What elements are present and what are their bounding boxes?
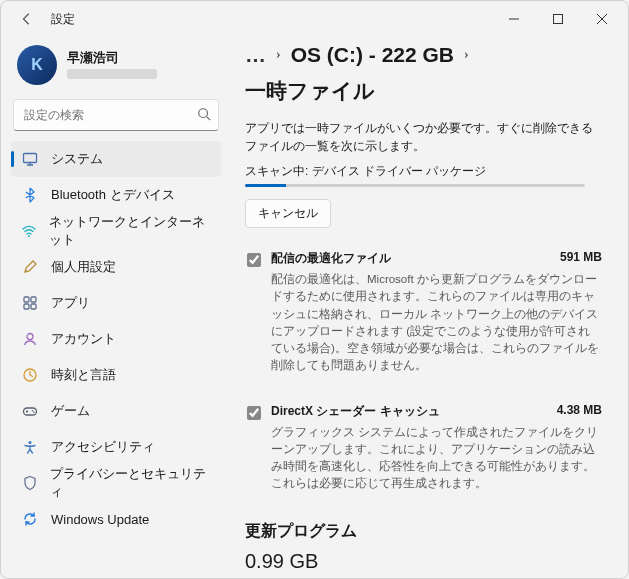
apps-icon (21, 294, 39, 312)
svg-rect-4 (24, 297, 29, 302)
svg-rect-0 (554, 15, 563, 24)
breadcrumb-more[interactable]: … (245, 43, 266, 67)
nav-label: Bluetooth とデバイス (51, 186, 175, 204)
close-button[interactable] (580, 3, 624, 35)
nav-item-privacy[interactable]: プライバシーとセキュリティ (11, 465, 221, 501)
nav-label: 個人用設定 (51, 258, 116, 276)
user-name: 早瀬浩司 (67, 51, 157, 67)
minimize-button[interactable] (492, 3, 536, 35)
bluetooth-icon (21, 186, 39, 204)
temp-file-item: DirectX シェーダー キャッシュ4.38 MBグラフィックス システムによ… (245, 397, 604, 499)
file-detail: グラフィックス システムによって作成されたファイルをクリーンアップします。これに… (271, 424, 602, 493)
back-button[interactable] (17, 9, 37, 29)
user-sub-redacted (67, 69, 157, 79)
scan-progress (245, 184, 585, 187)
sidebar: K 早瀬浩司 システムBluetooth とデバイスネットワークとインターネット… (1, 37, 231, 578)
nav-item-account[interactable]: アカウント (11, 321, 221, 357)
nav-item-apps[interactable]: アプリ (11, 285, 221, 321)
svg-rect-2 (24, 154, 37, 163)
nav-label: アクセシビリティ (51, 438, 155, 456)
accessibility-icon (21, 438, 39, 456)
nav-item-network[interactable]: ネットワークとインターネット (11, 213, 221, 249)
svg-point-1 (199, 109, 208, 118)
file-checkbox[interactable] (247, 253, 261, 267)
nav-label: 時刻と言語 (51, 366, 116, 384)
nav-item-update[interactable]: Windows Update (11, 501, 221, 537)
breadcrumb: … › OS (C:) - 222 GB › 一時ファイル (245, 43, 604, 105)
file-size: 591 MB (560, 250, 602, 267)
scan-status-label: スキャン中: デバイス ドライバー パッケージ (245, 163, 604, 180)
nav-list: システムBluetooth とデバイスネットワークとインターネット個人用設定アプ… (11, 141, 221, 537)
nav-item-time[interactable]: 時刻と言語 (11, 357, 221, 393)
nav-label: Windows Update (51, 512, 149, 527)
svg-point-3 (28, 235, 30, 237)
svg-rect-6 (24, 304, 29, 309)
updates-heading: 更新プログラム (245, 521, 604, 542)
nav-item-system[interactable]: システム (11, 141, 221, 177)
nav-label: アカウント (51, 330, 116, 348)
network-icon (21, 222, 37, 240)
svg-rect-10 (24, 408, 37, 415)
user-block[interactable]: K 早瀬浩司 (17, 45, 215, 85)
personalize-icon (21, 258, 39, 276)
svg-point-12 (33, 412, 35, 414)
page-description: アプリでは一時ファイルがいくつか必要です。すぐに削除できるファイルの一覧を次に示… (245, 119, 604, 155)
game-icon (21, 402, 39, 420)
chevron-right-icon: › (276, 47, 281, 63)
svg-point-8 (27, 334, 33, 340)
privacy-icon (21, 474, 38, 492)
svg-point-13 (28, 441, 31, 444)
system-icon (21, 150, 39, 168)
update-icon (21, 510, 39, 528)
chevron-right-icon: › (464, 47, 469, 63)
main-panel: … › OS (C:) - 222 GB › 一時ファイル アプリでは一時ファイ… (231, 37, 628, 578)
breadcrumb-current: 一時ファイル (245, 77, 375, 105)
nav-item-game[interactable]: ゲーム (11, 393, 221, 429)
cancel-button[interactable]: キャンセル (245, 199, 331, 228)
file-detail: 配信の最適化は、Microsoft から更新プログラムをダウンロードするために使… (271, 271, 602, 375)
updates-size: 0.99 GB (245, 550, 604, 573)
temp-file-item: 配信の最適化ファイル591 MB配信の最適化は、Microsoft から更新プロ… (245, 244, 604, 381)
titlebar: 設定 (1, 1, 628, 37)
window-title: 設定 (51, 11, 75, 28)
file-size: 4.38 MB (557, 403, 602, 420)
nav-label: アプリ (51, 294, 90, 312)
file-title: DirectX シェーダー キャッシュ (271, 403, 440, 420)
search-input[interactable] (13, 99, 219, 131)
svg-rect-7 (31, 304, 36, 309)
nav-label: ネットワークとインターネット (49, 213, 211, 249)
file-checkbox[interactable] (247, 406, 261, 420)
nav-item-accessibility[interactable]: アクセシビリティ (11, 429, 221, 465)
time-icon (21, 366, 39, 384)
search-icon (197, 107, 211, 125)
nav-label: ゲーム (51, 402, 90, 420)
search-box[interactable] (13, 99, 219, 131)
maximize-button[interactable] (536, 3, 580, 35)
svg-point-11 (32, 410, 34, 412)
nav-label: プライバシーとセキュリティ (50, 465, 211, 501)
file-title: 配信の最適化ファイル (271, 250, 391, 267)
svg-rect-5 (31, 297, 36, 302)
breadcrumb-drive[interactable]: OS (C:) - 222 GB (291, 43, 454, 67)
nav-label: システム (51, 150, 103, 168)
nav-item-personalize[interactable]: 個人用設定 (11, 249, 221, 285)
nav-item-bluetooth[interactable]: Bluetooth とデバイス (11, 177, 221, 213)
account-icon (21, 330, 39, 348)
avatar: K (17, 45, 57, 85)
